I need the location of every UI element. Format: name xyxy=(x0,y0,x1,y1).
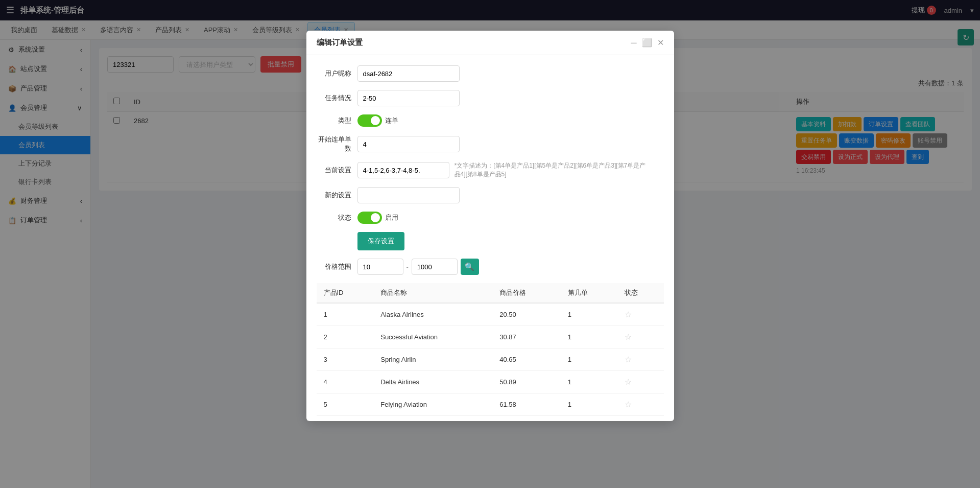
type-toggle-label: 连单 xyxy=(385,116,398,125)
product-row: 2 Successful Aviation 30.87 1 ☆ xyxy=(317,326,664,348)
type-toggle[interactable] xyxy=(357,114,382,127)
layout: ⚙ 系统设置 ‹ 🏠 站点设置 ‹ 📦 产品管理 ‹ 👤 会员管理 ∨ xyxy=(0,40,980,488)
product-row: 3 Spring Airlin 40.65 1 ☆ xyxy=(317,348,664,371)
star-icon[interactable]: ☆ xyxy=(625,378,632,386)
product-status: ☆ xyxy=(617,393,663,416)
modal-close-button[interactable]: ✕ xyxy=(657,40,664,48)
status-toggle[interactable] xyxy=(357,212,382,224)
form-row-status: 状态 启用 xyxy=(317,212,664,224)
price-max-input[interactable] xyxy=(412,259,458,275)
product-order-num: 1 xyxy=(561,371,618,393)
task-label: 任务情况 xyxy=(317,94,357,103)
form-row-task: 任务情况 xyxy=(317,90,664,106)
product-id: 2 xyxy=(317,326,374,348)
form-row-current-setting: 当前设置 *文字描述为：[第4单是产品1][第5单是产品2][第6单是产品3][… xyxy=(317,161,664,179)
product-price: 40.65 xyxy=(492,348,560,371)
price-dash: - xyxy=(407,263,409,271)
current-setting-note: *文字描述为：[第4单是产品1][第5单是产品2][第6单是产品3][第7单是产… xyxy=(455,161,649,179)
star-icon[interactable]: ☆ xyxy=(625,355,632,364)
modal-header: 编辑订单设置 ─ ⬜ ✕ xyxy=(306,40,674,55)
modal-body: 用户昵称 任务情况 类型 xyxy=(306,55,674,421)
form-row-save: 保存设置 xyxy=(317,232,664,250)
product-table: 产品ID 商品名称 商品价格 第几单 状态 1 Alaska Airlines xyxy=(317,283,664,416)
edit-order-settings-modal: 编辑订单设置 ─ ⬜ ✕ 用户昵称 任务 xyxy=(306,40,674,421)
product-status: ☆ xyxy=(617,348,663,371)
product-col-name: 商品名称 xyxy=(373,283,492,303)
product-price: 30.87 xyxy=(492,326,560,348)
nickname-label: 用户昵称 xyxy=(317,69,357,78)
product-status: ☆ xyxy=(617,371,663,393)
type-toggle-slider xyxy=(357,114,382,127)
current-setting-label: 当前设置 xyxy=(317,166,357,175)
price-min-input[interactable] xyxy=(357,259,403,275)
form-row-new-setting: 新的设置 xyxy=(317,187,664,203)
product-order-num: 1 xyxy=(561,303,618,326)
product-status: ☆ xyxy=(617,303,663,326)
price-range-label: 价格范围 xyxy=(317,262,357,271)
product-order-num: 1 xyxy=(561,393,618,416)
product-id: 3 xyxy=(317,348,374,371)
current-setting-input[interactable] xyxy=(357,162,449,178)
modal-controls: ─ ⬜ ✕ xyxy=(631,40,663,48)
star-icon[interactable]: ☆ xyxy=(625,310,632,319)
product-name: Delta Airlines xyxy=(373,371,492,393)
modal-restore-button[interactable]: ⬜ xyxy=(642,40,652,48)
task-input[interactable] xyxy=(357,90,460,106)
product-col-price: 商品价格 xyxy=(492,283,560,303)
main-content: 请选择用户类型 批量禁用 + 添加会员 共有数据：1 条 ID 基础信息 操作 xyxy=(91,40,980,488)
form-row-type: 类型 连单 xyxy=(317,114,664,127)
start-orders-label: 开始连单单数 xyxy=(317,135,357,153)
price-search-button[interactable]: 🔍 xyxy=(461,259,479,275)
price-range-inputs: - 🔍 xyxy=(357,259,479,275)
product-id: 5 xyxy=(317,393,374,416)
product-name: Alaska Airlines xyxy=(373,303,492,326)
product-col-order-num: 第几单 xyxy=(561,283,618,303)
product-status: ☆ xyxy=(617,326,663,348)
status-toggle-label: 启用 xyxy=(385,213,398,222)
star-icon[interactable]: ☆ xyxy=(625,333,632,341)
form-row-nickname: 用户昵称 xyxy=(317,65,664,82)
type-toggle-wrap: 连单 xyxy=(357,114,398,127)
save-settings-button[interactable]: 保存设置 xyxy=(357,232,404,250)
status-toggle-wrap: 启用 xyxy=(357,212,398,224)
product-row: 5 Feiying Aviation 61.58 1 ☆ xyxy=(317,393,664,416)
product-price: 61.58 xyxy=(492,393,560,416)
product-id: 4 xyxy=(317,371,374,393)
product-table-header: 产品ID 商品名称 商品价格 第几单 状态 xyxy=(317,283,664,303)
product-order-num: 1 xyxy=(561,326,618,348)
modal-minimize-button[interactable]: ─ xyxy=(631,40,636,48)
status-label: 状态 xyxy=(317,213,357,222)
product-order-num: 1 xyxy=(561,348,618,371)
status-toggle-slider xyxy=(357,212,382,224)
product-row: 4 Delta Airlines 50.89 1 ☆ xyxy=(317,371,664,393)
type-label: 类型 xyxy=(317,116,357,125)
modal-title: 编辑订单设置 xyxy=(317,40,363,48)
product-row: 1 Alaska Airlines 20.50 1 ☆ xyxy=(317,303,664,326)
product-price: 50.89 xyxy=(492,371,560,393)
star-icon[interactable]: ☆ xyxy=(625,400,632,409)
product-name: Feiying Aviation xyxy=(373,393,492,416)
product-name: Spring Airlin xyxy=(373,348,492,371)
modal-overlay: 编辑订单设置 ─ ⬜ ✕ 用户昵称 任务 xyxy=(91,40,980,488)
new-setting-input[interactable] xyxy=(357,187,460,203)
product-col-id: 产品ID xyxy=(317,283,374,303)
product-table-body: 1 Alaska Airlines 20.50 1 ☆ 2 Successful… xyxy=(317,303,664,416)
new-setting-label: 新的设置 xyxy=(317,191,357,200)
nickname-input[interactable] xyxy=(357,65,460,82)
product-id: 1 xyxy=(317,303,374,326)
product-name: Successful Aviation xyxy=(373,326,492,348)
product-col-status: 状态 xyxy=(617,283,663,303)
product-price: 20.50 xyxy=(492,303,560,326)
form-row-start-orders: 开始连单单数 xyxy=(317,135,664,153)
start-orders-input[interactable] xyxy=(357,136,460,152)
form-row-price-range: 价格范围 - 🔍 xyxy=(317,259,664,275)
